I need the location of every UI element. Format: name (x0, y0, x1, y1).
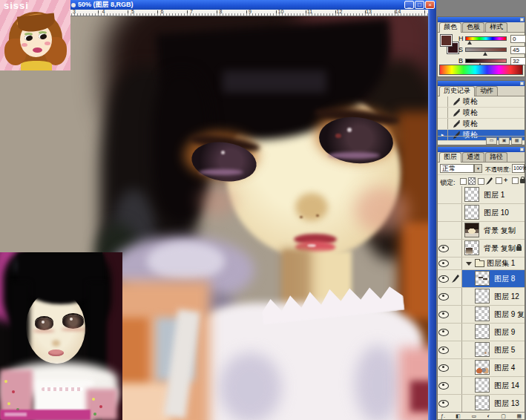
layers-tab-2[interactable]: 路径 (485, 152, 507, 162)
layer-row-9[interactable]: 图层 5 (438, 341, 525, 359)
minimize-button[interactable]: _ (404, 1, 414, 9)
visibility-toggle[interactable] (438, 204, 450, 221)
layers-panel-tabs: 图层通道路径 (438, 152, 525, 163)
visibility-toggle[interactable] (438, 222, 450, 239)
layer-thumbnail[interactable] (475, 360, 490, 375)
link-cell[interactable] (450, 359, 462, 376)
close-icon[interactable] (520, 148, 524, 151)
layer-row-0[interactable]: 图层 1 (438, 186, 525, 204)
slider-marker[interactable] (483, 52, 487, 56)
layer-thumbnail[interactable] (464, 240, 479, 255)
new-snapshot-icon[interactable]: ▣ (499, 137, 510, 145)
visibility-toggle[interactable] (438, 257, 450, 269)
blend-mode-select[interactable]: 正常 (440, 164, 474, 173)
layer-style-icon[interactable]: ƒ. (441, 413, 445, 419)
layer-thumbnail[interactable] (475, 324, 490, 339)
layer-row-11[interactable]: 图层 14 (438, 377, 525, 395)
visibility-toggle[interactable] (438, 324, 450, 341)
close-button[interactable]: × (425, 1, 435, 9)
B-slider[interactable] (465, 59, 507, 63)
layer-thumbnail[interactable] (475, 378, 490, 393)
close-icon[interactable] (520, 82, 524, 85)
layers-tab-1[interactable]: 通道 (462, 152, 484, 162)
delete-state-icon[interactable]: ▦ (511, 137, 522, 145)
layer-row-3[interactable]: 背景 复制 2 (438, 240, 525, 257)
lock-position-checkbox[interactable] (496, 177, 502, 184)
layer-row-6[interactable]: 图层 12 (438, 288, 525, 306)
visibility-toggle[interactable] (438, 395, 450, 412)
layer-row-5[interactable]: 图层 8 (438, 270, 525, 288)
layer-thumbnail[interactable] (464, 205, 479, 220)
new-document-from-state-icon[interactable]: ▭ (486, 137, 497, 145)
foreground-color-swatch[interactable] (441, 35, 452, 46)
palette-column: 颜色色板样式 H0S45B32 历史记录动作 喷枪喷枪喷枪▸喷枪 ▭▣▦ 图层通… (436, 0, 526, 420)
history-state-row[interactable]: 喷枪 (438, 96, 525, 108)
color-tab-2[interactable]: 样式 (485, 22, 507, 32)
visibility-toggle[interactable] (438, 377, 450, 394)
link-cell[interactable] (450, 222, 462, 239)
visibility-toggle[interactable] (438, 186, 450, 203)
link-cell[interactable] (450, 204, 462, 221)
layer-thumbnail[interactable] (475, 306, 490, 321)
history-state-row[interactable]: 喷枪 (438, 119, 525, 130)
doll-eye (62, 315, 84, 329)
visibility-toggle[interactable] (438, 359, 450, 376)
link-cell[interactable] (450, 186, 462, 203)
lock-transparency-checkbox[interactable] (460, 178, 467, 185)
history-state-row[interactable]: 喷枪 (438, 108, 525, 119)
layer-row-8[interactable]: 图层 9 (438, 324, 525, 341)
lock-all-checkbox[interactable] (512, 177, 519, 184)
layer-thumbnail[interactable] (475, 342, 490, 357)
expand-triangle-icon[interactable] (466, 262, 472, 266)
S-value-field[interactable]: 45 (510, 46, 526, 54)
link-cell[interactable] (450, 240, 462, 257)
layer-thumbnail[interactable] (464, 187, 479, 202)
doll-lips (48, 350, 64, 356)
visibility-toggle[interactable] (438, 288, 450, 305)
link-cell[interactable] (450, 324, 462, 341)
link-cell[interactable] (450, 341, 462, 358)
link-cell[interactable] (450, 270, 462, 287)
layer-row-2[interactable]: 背景 复制 (438, 222, 525, 240)
adjustment-layer-icon[interactable]: ◐ (487, 413, 490, 419)
layer-row-12[interactable]: 图层 13 (438, 395, 525, 413)
layer-row-7[interactable]: 图层 9 复制 (438, 306, 525, 324)
link-cell[interactable] (450, 377, 462, 394)
lock-paint-checkbox[interactable] (478, 178, 484, 185)
history-snapshot-cell[interactable] (438, 96, 448, 107)
layer-row-1[interactable]: 图层 10 (438, 204, 525, 222)
visibility-toggle[interactable] (438, 306, 450, 323)
layer-row-10[interactable]: 图层 4 (438, 359, 525, 377)
maximize-button[interactable]: □ (415, 1, 424, 9)
chevron-down-icon[interactable]: ▼ (474, 164, 482, 173)
history-tab-0[interactable]: 历史记录 (439, 86, 475, 96)
link-cell[interactable] (450, 288, 462, 305)
history-button-bar: ▭▣▦ (438, 136, 525, 145)
color-tab-1[interactable]: 色板 (462, 22, 484, 32)
visibility-toggle[interactable] (438, 240, 450, 257)
visibility-toggle[interactable] (438, 341, 450, 358)
delete-layer-icon[interactable]: ▦ (516, 413, 522, 419)
layer-thumbnail[interactable] (475, 396, 490, 410)
color-tab-0[interactable]: 颜色 (439, 22, 461, 33)
layer-row-4[interactable]: 图层集 1 (438, 257, 525, 270)
link-cell[interactable] (450, 306, 462, 323)
history-snapshot-cell[interactable] (438, 119, 448, 129)
history-tab-1[interactable]: 动作 (476, 86, 498, 96)
slider-marker[interactable] (467, 41, 472, 45)
close-icon[interactable] (520, 18, 524, 22)
link-cell[interactable] (450, 257, 462, 269)
history-snapshot-cell[interactable] (438, 108, 448, 118)
visibility-toggle[interactable] (438, 270, 450, 287)
layers-tab-0[interactable]: 图层 (439, 152, 461, 163)
new-layer-icon[interactable]: ▢ (501, 413, 506, 419)
H-value-field[interactable]: 0 (510, 35, 526, 43)
link-cell[interactable] (450, 395, 462, 412)
layer-thumbnail[interactable] (475, 271, 490, 286)
layer-mask-icon[interactable]: ◧ (456, 413, 461, 419)
new-layer-set-icon[interactable]: ▭ (471, 413, 476, 419)
opacity-field[interactable]: 100% (512, 164, 525, 173)
color-spectrum-ramp[interactable] (439, 65, 523, 75)
layer-thumbnail[interactable] (464, 223, 479, 237)
layer-thumbnail[interactable] (475, 289, 490, 303)
